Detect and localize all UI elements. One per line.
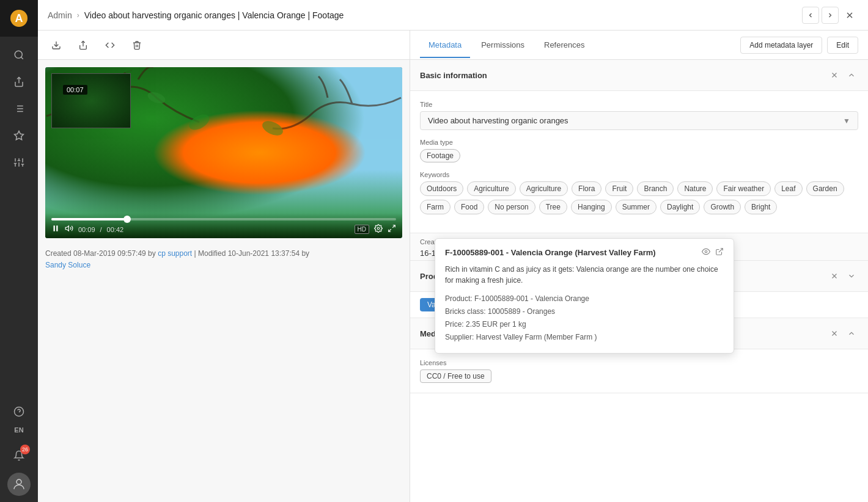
nav-prev-button[interactable] bbox=[802, 7, 819, 24]
video-thumbnail: 00:07 bbox=[51, 73, 131, 128]
keyword-tag: Hanging bbox=[571, 200, 612, 214]
fullscreen-button[interactable] bbox=[388, 224, 396, 235]
svg-point-35 bbox=[377, 227, 380, 230]
add-metadata-layer-button[interactable]: Add metadata layer bbox=[740, 37, 822, 54]
svg-point-28 bbox=[186, 111, 211, 133]
current-time: 00:09 bbox=[78, 226, 95, 233]
media-type-field-group: Media type Footage bbox=[420, 139, 858, 162]
basic-info-actions bbox=[828, 68, 858, 82]
title-arrow-icon: ▼ bbox=[843, 117, 850, 125]
tabs-actions: Add metadata layer Edit bbox=[740, 37, 858, 54]
keyword-tag: Fruit bbox=[605, 181, 633, 196]
tab-references[interactable]: References bbox=[535, 33, 593, 58]
sidebar-item-mappin[interactable] bbox=[7, 123, 31, 148]
notification-bell[interactable]: 26 bbox=[7, 443, 31, 468]
sidebar-item-help[interactable] bbox=[7, 399, 31, 424]
basic-info-collapse-button[interactable] bbox=[845, 68, 858, 82]
svg-rect-32 bbox=[54, 225, 55, 231]
volume-button[interactable] bbox=[65, 224, 73, 235]
created-by-link[interactable]: cp support bbox=[158, 249, 192, 258]
left-panel: 00:07 bbox=[38, 31, 410, 502]
keyword-tag: Bright bbox=[745, 200, 777, 214]
controls-row: 00:09 / 00:42 HD bbox=[51, 224, 396, 235]
sidebar-item-share[interactable] bbox=[7, 70, 31, 94]
title-value: Video about harvesting organic oranges bbox=[428, 116, 568, 125]
media-usage-body: Licenses CC0 / Free to use bbox=[410, 349, 868, 393]
keyword-tag: Fair weather bbox=[716, 181, 771, 196]
title-field-group: Title Video about harvesting organic ora… bbox=[420, 101, 858, 130]
basic-info-remove-button[interactable] bbox=[828, 68, 841, 82]
progress-thumb bbox=[123, 216, 131, 223]
basic-info-body: Title Video about harvesting organic ora… bbox=[410, 91, 868, 233]
progress-fill bbox=[51, 218, 127, 220]
sidebar-icons: EN 26 bbox=[7, 37, 31, 502]
media-usage-collapse-button[interactable] bbox=[845, 327, 858, 340]
tooltip-header-icons bbox=[702, 247, 724, 258]
avatar[interactable] bbox=[7, 473, 31, 496]
media-type-badge: Footage bbox=[420, 149, 460, 162]
license-badge: CC0 / Free to use bbox=[420, 369, 491, 383]
media-type-label: Media type bbox=[420, 139, 858, 146]
keywords-tags: OutdoorsAgricultureAgricultureFloraFruit… bbox=[420, 181, 858, 214]
keyword-tag: Agriculture bbox=[467, 181, 515, 196]
products-remove-button[interactable] bbox=[828, 269, 841, 283]
breadcrumb: Admin › Video about harvesting organic o… bbox=[48, 10, 797, 20]
embed-button[interactable] bbox=[101, 37, 119, 54]
language-selector[interactable]: EN bbox=[14, 426, 23, 434]
tooltip-view-icon[interactable] bbox=[702, 247, 710, 258]
keyword-tag: Daylight bbox=[660, 200, 700, 214]
progress-bar[interactable] bbox=[51, 218, 396, 220]
keyword-tag: Garden bbox=[806, 181, 844, 196]
svg-marker-34 bbox=[65, 226, 68, 231]
basic-info-section: Basic information Title bbox=[410, 60, 868, 233]
video-preview-time: 00:07 bbox=[63, 85, 87, 95]
tooltip-external-link-icon[interactable] bbox=[715, 247, 724, 258]
main-area: Admin › Video about harvesting organic o… bbox=[38, 0, 868, 502]
download-button[interactable] bbox=[48, 37, 65, 54]
keyword-tag: Agriculture bbox=[520, 181, 568, 196]
keyword-tag: Summer bbox=[616, 200, 657, 214]
quality-badge[interactable]: HD bbox=[355, 225, 369, 234]
pause-button[interactable] bbox=[51, 224, 60, 235]
svg-point-31 bbox=[260, 118, 285, 138]
tab-permissions[interactable]: Permissions bbox=[473, 33, 533, 58]
nav-next-button[interactable] bbox=[822, 7, 839, 24]
media-usage-remove-button[interactable] bbox=[828, 327, 841, 340]
keyword-tag: Tree bbox=[539, 200, 567, 214]
created-text: Created 08-Mar-2019 09:57:49 by bbox=[45, 249, 156, 258]
svg-point-44 bbox=[705, 250, 707, 253]
modified-text: | Modified 10-Jun-2021 13:37:54 by bbox=[194, 249, 310, 258]
svg-marker-11 bbox=[15, 131, 24, 140]
svg-point-23 bbox=[17, 479, 21, 484]
tooltip-title: F-10005889-001 - Valencia Orange (Harves… bbox=[445, 248, 656, 257]
topbar-nav bbox=[802, 7, 858, 24]
modified-by-link[interactable]: Sandy Soluce bbox=[45, 261, 90, 269]
keyword-tag: Leaf bbox=[774, 181, 802, 196]
keyword-tag: Branch bbox=[637, 181, 674, 196]
svg-rect-33 bbox=[56, 225, 57, 231]
title-label: Title bbox=[420, 101, 858, 108]
time-separator: / bbox=[100, 226, 102, 233]
close-button[interactable] bbox=[841, 7, 858, 24]
svg-text:A: A bbox=[15, 12, 23, 24]
delete-button[interactable] bbox=[128, 37, 145, 54]
breadcrumb-title: Video about harvesting organic oranges |… bbox=[84, 10, 344, 20]
settings-button[interactable] bbox=[374, 224, 383, 235]
keyword-tag: No person bbox=[488, 200, 535, 214]
creator-info: Created 08-Mar-2019 09:57:49 by cp suppo… bbox=[45, 248, 402, 271]
share-button[interactable] bbox=[75, 37, 92, 54]
keyword-tag: Nature bbox=[677, 181, 713, 196]
sidebar-item-tune[interactable] bbox=[7, 150, 31, 175]
basic-info-title: Basic information bbox=[420, 71, 823, 80]
media-usage-actions bbox=[828, 327, 858, 340]
app-logo[interactable]: A bbox=[0, 0, 38, 37]
title-select[interactable]: Video about harvesting organic oranges ▼ bbox=[420, 111, 858, 130]
products-collapse-button[interactable] bbox=[845, 269, 858, 283]
sidebar-item-search[interactable] bbox=[7, 43, 31, 67]
edit-button[interactable]: Edit bbox=[827, 37, 858, 54]
keyword-tag: Farm bbox=[420, 200, 451, 214]
video-player: 00:07 bbox=[45, 67, 402, 238]
sidebar-item-list[interactable] bbox=[7, 96, 31, 121]
tab-metadata[interactable]: Metadata bbox=[420, 33, 470, 58]
notification-badge: 26 bbox=[20, 445, 30, 454]
